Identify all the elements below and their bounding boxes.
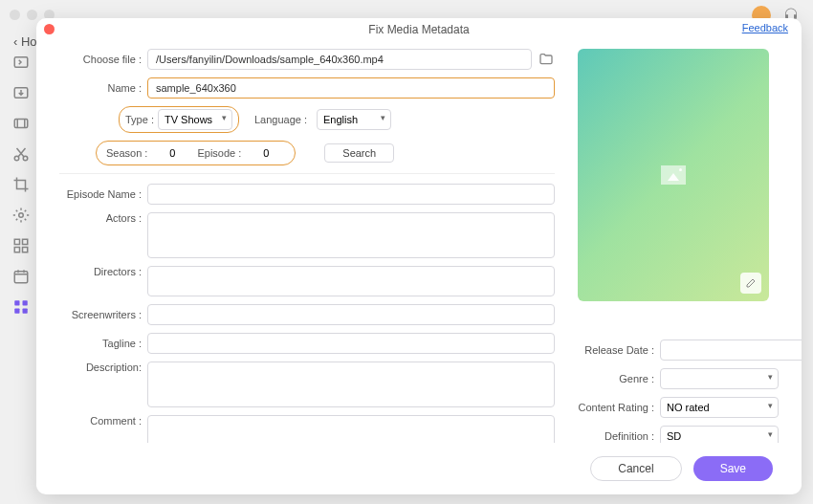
- name-input[interactable]: [147, 77, 555, 99]
- comment-label: Comment :: [59, 415, 147, 427]
- mac-close-dot[interactable]: [10, 10, 20, 20]
- release-date-input[interactable]: [660, 340, 802, 361]
- description-input[interactable]: [147, 362, 555, 407]
- definition-select[interactable]: SD: [660, 426, 779, 443]
- season-episode-highlight: Season : Episode :: [96, 141, 296, 165]
- release-date-label: Release Date :: [578, 344, 660, 356]
- episode-name-label: Episode Name :: [59, 188, 147, 200]
- directors-label: Directors :: [59, 266, 147, 277]
- svg-rect-12: [23, 300, 28, 305]
- episode-input[interactable]: [247, 143, 285, 163]
- season-input[interactable]: [153, 143, 191, 163]
- episode-name-input[interactable]: [147, 184, 555, 205]
- modal-header: Fix Media Metadata Feedback: [36, 18, 802, 41]
- cancel-button[interactable]: Cancel: [590, 456, 681, 481]
- sidebar-gear-icon[interactable]: [12, 207, 30, 224]
- sidebar-download-icon[interactable]: [12, 84, 30, 101]
- svg-rect-7: [23, 239, 28, 244]
- folder-icon[interactable]: [538, 51, 555, 68]
- sidebar-cut-icon[interactable]: [12, 145, 30, 163]
- divider: [59, 173, 555, 174]
- edit-poster-button[interactable]: [740, 273, 761, 294]
- genre-select[interactable]: [660, 368, 779, 389]
- svg-rect-14: [23, 309, 28, 314]
- svg-rect-9: [23, 248, 28, 252]
- choose-file-input[interactable]: [147, 49, 532, 70]
- modal: Fix Media Metadata Feedback Choose file …: [36, 18, 802, 494]
- feedback-link[interactable]: Feedback: [742, 22, 788, 33]
- svg-rect-2: [14, 120, 28, 128]
- actors-input[interactable]: [147, 212, 555, 258]
- svg-point-5: [19, 213, 24, 218]
- sidebar-grid-icon[interactable]: [12, 237, 30, 254]
- language-label: Language :: [254, 114, 307, 125]
- comment-input[interactable]: [147, 415, 555, 443]
- name-label: Name :: [59, 82, 147, 94]
- type-label: Type :: [125, 114, 154, 125]
- directors-input[interactable]: [147, 266, 555, 296]
- content-rating-select[interactable]: NO rated: [660, 397, 779, 418]
- svg-rect-11: [14, 300, 19, 305]
- close-icon[interactable]: [44, 24, 55, 34]
- actors-label: Actors :: [59, 212, 147, 224]
- content-rating-label: Content Rating :: [578, 402, 660, 413]
- sidebar-convert-icon[interactable]: [12, 54, 30, 71]
- poster-preview: [578, 49, 769, 301]
- choose-file-label: Choose file :: [59, 54, 147, 65]
- sidebar-apps-icon[interactable]: [12, 298, 30, 316]
- tagline-label: Tagline :: [59, 338, 147, 349]
- sidebar-calendar-icon[interactable]: [12, 268, 30, 285]
- svg-rect-13: [14, 309, 19, 314]
- season-label: Season :: [106, 147, 147, 159]
- type-highlight: Type : TV Shows: [119, 106, 239, 133]
- language-select[interactable]: English: [317, 109, 391, 130]
- search-button[interactable]: Search: [324, 143, 394, 163]
- sidebar-crop-icon[interactable]: [12, 176, 30, 193]
- description-label: Description:: [59, 362, 147, 373]
- type-select[interactable]: TV Shows: [158, 109, 232, 130]
- image-placeholder-icon: [661, 165, 686, 185]
- save-button[interactable]: Save: [693, 456, 773, 481]
- modal-title: Fix Media Metadata: [368, 23, 469, 36]
- episode-label: Episode :: [197, 147, 241, 159]
- modal-footer: Cancel Save: [36, 443, 802, 494]
- genre-label: Genre :: [578, 373, 660, 384]
- home-back[interactable]: ‹ Ho: [13, 34, 37, 49]
- sidebar-film-icon[interactable]: [12, 115, 30, 132]
- screenwriters-label: Screenwriters :: [59, 309, 147, 320]
- svg-rect-10: [14, 272, 28, 283]
- definition-label: Definition :: [578, 430, 660, 442]
- svg-rect-8: [14, 248, 19, 252]
- tagline-input[interactable]: [147, 333, 555, 354]
- svg-rect-6: [14, 239, 19, 244]
- screenwriters-input[interactable]: [147, 304, 555, 325]
